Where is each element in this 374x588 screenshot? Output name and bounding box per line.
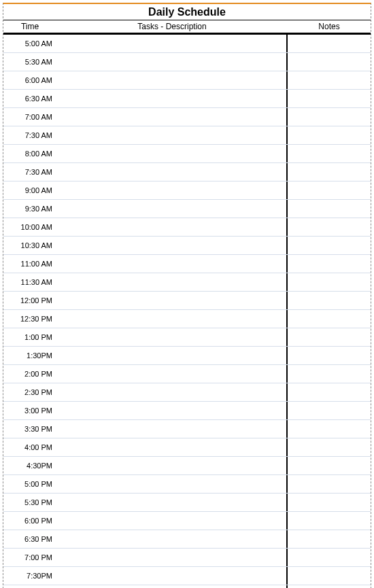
notes-cell[interactable]	[288, 567, 371, 585]
notes-cell[interactable]	[288, 145, 371, 162]
tasks-cell[interactable]	[56, 71, 288, 89]
notes-cell[interactable]	[288, 438, 371, 456]
time-cell: 10:00 AM	[3, 218, 56, 236]
notes-cell[interactable]	[288, 530, 371, 548]
tasks-cell[interactable]	[56, 90, 288, 107]
page-title: Daily Schedule	[3, 4, 371, 20]
notes-cell[interactable]	[288, 255, 371, 273]
notes-cell[interactable]	[288, 402, 371, 419]
table-row: 10:00 AM	[3, 218, 371, 237]
tasks-cell[interactable]	[56, 255, 288, 273]
header-time: Time	[3, 20, 56, 33]
notes-cell[interactable]	[288, 126, 371, 144]
table-row: 6:30 PM	[3, 530, 371, 549]
table-row: 2:00 PM	[3, 365, 371, 383]
table-row: 12:30 PM	[3, 310, 371, 328]
notes-cell[interactable]	[288, 328, 371, 346]
tasks-cell[interactable]	[56, 365, 288, 383]
tasks-cell[interactable]	[56, 475, 288, 493]
tasks-cell[interactable]	[56, 347, 288, 364]
tasks-cell[interactable]	[56, 237, 288, 254]
notes-cell[interactable]	[288, 35, 371, 52]
time-cell: 11:30 AM	[3, 273, 56, 291]
time-cell: 3:30 PM	[3, 420, 56, 438]
tasks-cell[interactable]	[56, 181, 288, 199]
notes-cell[interactable]	[288, 200, 371, 218]
tasks-cell[interactable]	[56, 292, 288, 309]
time-cell: 8:00 AM	[3, 145, 56, 162]
tasks-cell[interactable]	[56, 145, 288, 162]
time-cell: 5:00 PM	[3, 475, 56, 493]
table-row: 7:30 AM	[3, 126, 371, 145]
time-cell: 11:00 AM	[3, 255, 56, 273]
notes-cell[interactable]	[288, 181, 371, 199]
table-row: 11:00 AM	[3, 255, 371, 273]
tasks-cell[interactable]	[56, 549, 288, 566]
tasks-cell[interactable]	[56, 530, 288, 548]
time-cell: 6:00 PM	[3, 512, 56, 530]
notes-cell[interactable]	[288, 420, 371, 438]
notes-cell[interactable]	[288, 237, 371, 254]
tasks-cell[interactable]	[56, 35, 288, 52]
tasks-cell[interactable]	[56, 420, 288, 438]
table-row: 5:00 PM	[3, 475, 371, 494]
time-cell: 7:00 AM	[3, 108, 56, 126]
notes-cell[interactable]	[288, 90, 371, 107]
tasks-cell[interactable]	[56, 402, 288, 419]
time-cell: 1:30PM	[3, 347, 56, 364]
notes-cell[interactable]	[288, 163, 371, 181]
table-row: 5:00 AM	[3, 35, 371, 53]
notes-cell[interactable]	[288, 108, 371, 126]
notes-cell[interactable]	[288, 475, 371, 493]
tasks-cell[interactable]	[56, 163, 288, 181]
time-cell: 6:00 AM	[3, 71, 56, 89]
table-row: 9:30 AM	[3, 200, 371, 218]
tasks-cell[interactable]	[56, 383, 288, 401]
notes-cell[interactable]	[288, 273, 371, 291]
time-cell: 7:30 AM	[3, 126, 56, 144]
tasks-cell[interactable]	[56, 310, 288, 328]
table-row: 1:30PM	[3, 347, 371, 365]
tasks-cell[interactable]	[56, 328, 288, 346]
tasks-cell[interactable]	[56, 200, 288, 218]
notes-cell[interactable]	[288, 494, 371, 511]
notes-cell[interactable]	[288, 292, 371, 309]
tasks-cell[interactable]	[56, 273, 288, 291]
time-cell: 5:30 PM	[3, 494, 56, 511]
notes-cell[interactable]	[288, 365, 371, 383]
time-cell: 5:00 AM	[3, 35, 56, 52]
notes-cell[interactable]	[288, 310, 371, 328]
time-cell: 9:30 AM	[3, 200, 56, 218]
notes-cell[interactable]	[288, 53, 371, 71]
notes-cell[interactable]	[288, 347, 371, 364]
time-cell: 1:00 PM	[3, 328, 56, 346]
tasks-cell[interactable]	[56, 438, 288, 456]
notes-cell[interactable]	[288, 218, 371, 236]
notes-cell[interactable]	[288, 549, 371, 566]
table-row: 8:00 AM	[3, 145, 371, 163]
notes-cell[interactable]	[288, 457, 371, 474]
notes-cell[interactable]	[288, 512, 371, 530]
tasks-cell[interactable]	[56, 567, 288, 585]
table-row: 8:00 PM	[3, 585, 371, 588]
notes-cell[interactable]	[288, 71, 371, 89]
table-row: 6:30 AM	[3, 90, 371, 108]
tasks-cell[interactable]	[56, 512, 288, 530]
tasks-cell[interactable]	[56, 108, 288, 126]
notes-cell[interactable]	[288, 585, 371, 588]
tasks-cell[interactable]	[56, 457, 288, 474]
table-row: 11:30 AM	[3, 273, 371, 292]
tasks-cell[interactable]	[56, 53, 288, 71]
time-cell: 10:30 AM	[3, 237, 56, 254]
table-row: 6:00 PM	[3, 512, 371, 530]
notes-cell[interactable]	[288, 383, 371, 401]
schedule-sheet: Daily Schedule Time Tasks - Description …	[3, 3, 371, 588]
tasks-cell[interactable]	[56, 585, 288, 588]
table-row: 10:30 AM	[3, 237, 371, 255]
time-cell: 5:30 AM	[3, 53, 56, 71]
tasks-cell[interactable]	[56, 126, 288, 144]
tasks-cell[interactable]	[56, 494, 288, 511]
tasks-cell[interactable]	[56, 218, 288, 236]
time-cell: 4:30PM	[3, 457, 56, 474]
time-cell: 6:30 AM	[3, 90, 56, 107]
